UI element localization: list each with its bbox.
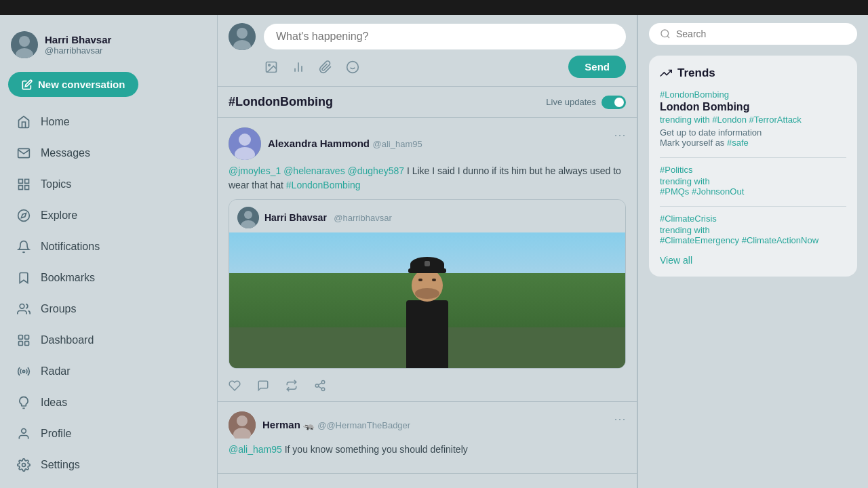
tweet-user-info: Alexandra Hammond @ali_ham95 bbox=[268, 138, 422, 150]
trend-sub-2: trending with #PMQs #JohnsonOut bbox=[660, 176, 846, 197]
emoji-badge: 🦡 bbox=[303, 420, 315, 430]
tweet-body: @jmoyles_1 @helenaraves @dughey587 I Lik… bbox=[229, 164, 626, 192]
trend-item-politics: #Politics trending with #PMQs #JohnsonOu… bbox=[660, 165, 846, 197]
sidebar-item-groups[interactable]: Groups bbox=[8, 295, 209, 323]
tweet-user-2: Herman 🦡 @@HermanTheBadger bbox=[229, 411, 410, 439]
reply-button[interactable] bbox=[257, 380, 269, 392]
topics-icon bbox=[16, 177, 31, 192]
sidebar-item-topics[interactable]: Topics bbox=[8, 170, 209, 199]
svg-point-14 bbox=[22, 370, 24, 372]
sidebar-item-notifications[interactable]: Notifications bbox=[8, 232, 209, 261]
live-updates-toggle[interactable] bbox=[601, 96, 626, 109]
tweet-image bbox=[229, 232, 625, 368]
tweet-username-2: @@HermanTheBadger bbox=[317, 420, 410, 430]
svg-point-42 bbox=[661, 30, 669, 37]
emoji-icon[interactable] bbox=[345, 60, 360, 75]
mention-2[interactable]: @helenaraves bbox=[283, 165, 345, 176]
hashtag-londonbombing[interactable]: #LondonBombing bbox=[286, 180, 361, 190]
trends-icon bbox=[660, 67, 672, 79]
svg-point-15 bbox=[22, 429, 26, 434]
trend-hashtag-3[interactable]: #ClimateCrisis bbox=[660, 214, 846, 224]
compose-toolbar: Send bbox=[229, 56, 626, 78]
trend-hashtag-1[interactable]: #LondonBombing bbox=[660, 89, 846, 100]
sidebar: Harri Bhavsar @harribhavsar New conversa… bbox=[0, 15, 217, 488]
share-button[interactable] bbox=[314, 380, 326, 392]
quoted-tweet: Harri Bhavsar @harribhavsar bbox=[229, 199, 626, 369]
trend-description-1: Get up to date information Mark yourself… bbox=[660, 127, 846, 148]
retweet-button[interactable] bbox=[285, 380, 298, 392]
quoted-tweet-header: Harri Bhavsar @harribhavsar bbox=[229, 200, 625, 232]
sidebar-item-dashboard[interactable]: Dashboard bbox=[8, 326, 209, 354]
svg-line-37 bbox=[318, 386, 321, 388]
more-options-icon[interactable]: ⋯ bbox=[614, 127, 626, 142]
new-conversation-button[interactable]: New conversation bbox=[8, 72, 138, 97]
quoted-name: Harri Bhavsar bbox=[264, 212, 327, 223]
home-icon bbox=[16, 115, 31, 129]
safe-link[interactable]: #safe bbox=[727, 138, 749, 148]
main-layout: Harri Bhavsar @harribhavsar New conversa… bbox=[0, 15, 868, 488]
svg-line-38 bbox=[318, 383, 321, 385]
image-icon[interactable] bbox=[264, 60, 279, 75]
live-updates: Live updates bbox=[546, 96, 626, 109]
mention-3[interactable]: @dughey587 bbox=[348, 165, 405, 176]
sidebar-item-bookmarks[interactable]: Bookmarks bbox=[8, 264, 209, 292]
sidebar-item-ideas[interactable]: Ideas bbox=[8, 388, 209, 417]
trend-sub-3: trending with #ClimateEmergency #Climate… bbox=[660, 225, 846, 245]
sidebar-item-messages[interactable]: Messages bbox=[8, 139, 209, 167]
thread-header: #LondonBombing Live updates bbox=[218, 87, 637, 118]
trend-related-2[interactable]: #PMQs #JohnsonOut bbox=[660, 186, 744, 197]
avatar bbox=[11, 31, 38, 58]
chart-icon[interactable] bbox=[291, 60, 306, 75]
sidebar-item-profile[interactable]: Profile bbox=[8, 420, 209, 448]
trend-hashtag-2[interactable]: #Politics bbox=[660, 165, 846, 175]
mention-1[interactable]: @jmoyles_1 bbox=[229, 165, 281, 176]
comment-icon bbox=[257, 380, 269, 392]
retweet-icon bbox=[285, 380, 298, 392]
sidebar-item-settings[interactable]: Settings bbox=[8, 451, 209, 479]
top-bar bbox=[0, 0, 868, 15]
quoted-user-info: Harri Bhavsar @harribhavsar bbox=[264, 211, 392, 224]
groups-label: Groups bbox=[41, 303, 76, 315]
dashboard-label: Dashboard bbox=[41, 334, 94, 346]
sidebar-item-radar[interactable]: Radar bbox=[8, 357, 209, 386]
profile-handle: @harribhavsar bbox=[45, 45, 111, 56]
trend-item-london: #LondonBombing London Bombing trending w… bbox=[660, 89, 846, 148]
tweet-card: Alexandra Hammond @ali_ham95 ⋯ @jmoyles_… bbox=[218, 118, 637, 402]
trend-related-1[interactable]: #London #TerrorAttack bbox=[712, 115, 802, 125]
trends-label: Trends bbox=[677, 66, 715, 80]
attachment-icon[interactable] bbox=[318, 60, 333, 75]
person-figure bbox=[400, 257, 454, 368]
more-options-icon-2[interactable]: ⋯ bbox=[614, 411, 626, 426]
trending-with-label-1: trending with bbox=[660, 115, 710, 125]
live-updates-label: Live updates bbox=[546, 97, 596, 107]
ideas-icon bbox=[16, 395, 31, 410]
sidebar-item-home[interactable]: Home bbox=[8, 108, 209, 136]
tweet-user: Alexandra Hammond @ali_ham95 bbox=[229, 127, 422, 160]
compose-input[interactable] bbox=[264, 24, 626, 49]
profile-icon bbox=[16, 426, 31, 441]
profile-name: Harri Bhavsar bbox=[45, 34, 111, 45]
tweet-user-info-2: Herman 🦡 @@HermanTheBadger bbox=[262, 419, 410, 431]
groups-icon bbox=[16, 302, 31, 317]
svg-point-16 bbox=[22, 464, 26, 467]
svg-line-43 bbox=[667, 36, 669, 38]
sidebar-profile-info: Harri Bhavsar @harribhavsar bbox=[45, 34, 111, 56]
feed: #LondonBombing Live updates bbox=[218, 87, 637, 488]
svg-rect-4 bbox=[25, 180, 29, 184]
settings-icon bbox=[16, 458, 31, 472]
tweet-username: @ali_ham95 bbox=[373, 139, 422, 149]
view-all-button[interactable]: View all bbox=[660, 255, 846, 266]
send-button[interactable]: Send bbox=[568, 56, 626, 78]
mention-ali[interactable]: @ali_ham95 bbox=[229, 444, 282, 455]
heart-icon bbox=[229, 380, 241, 392]
svg-rect-11 bbox=[25, 336, 29, 340]
radar-icon bbox=[16, 364, 31, 379]
svg-rect-3 bbox=[19, 180, 23, 184]
trend-related-3[interactable]: #ClimateEmergency #ClimateActionNow bbox=[660, 235, 818, 245]
sidebar-item-explore[interactable]: Explore bbox=[8, 201, 209, 230]
search-input[interactable] bbox=[676, 28, 846, 39]
share-icon bbox=[314, 380, 326, 392]
svg-point-36 bbox=[321, 388, 325, 391]
ideas-label: Ideas bbox=[41, 396, 67, 409]
like-button[interactable] bbox=[229, 380, 241, 392]
